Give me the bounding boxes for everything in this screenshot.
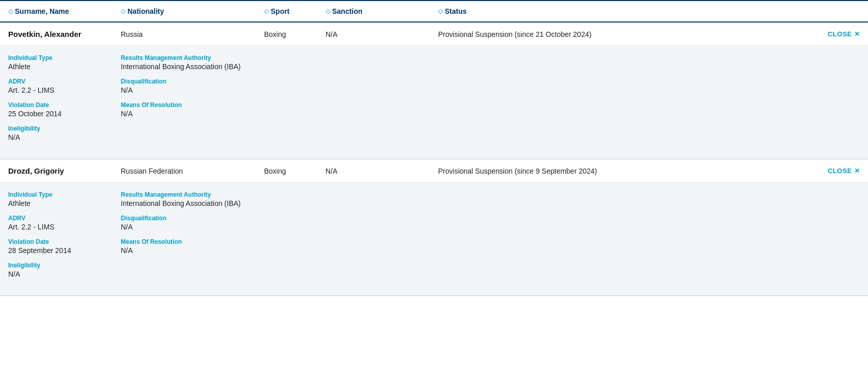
- row-1-detail-panel: Individual Type Athlete ADRV Art. 2.2 - …: [0, 46, 868, 159]
- table-row: Povetkin, Alexander Russia Boxing N/A Pr…: [0, 23, 868, 159]
- diamond-icon-surname: ◇: [8, 8, 13, 15]
- close-icon: ✕: [854, 30, 860, 38]
- diamond-icon-nationality: ◇: [121, 8, 125, 15]
- detail-individual-type-1: Individual Type Athlete: [8, 54, 121, 71]
- header-nationality: ◇ Nationality: [121, 7, 264, 15]
- header-sanction: ◇ Sanction: [326, 7, 438, 15]
- header-status: ◇ Status: [438, 7, 860, 15]
- diamond-icon-sanction: ◇: [326, 8, 330, 15]
- row-2-nationality: Russian Federation: [121, 167, 264, 175]
- row-2-close-button[interactable]: CLOSE ✕: [828, 167, 860, 175]
- row-2-name: Drozd, Grigoriy: [8, 166, 121, 175]
- row-1-name: Povetkin, Alexander: [8, 30, 121, 38]
- detail-resolution-2: Means Of Resolution N/A: [121, 238, 860, 255]
- row-2-detail-panel: Individual Type Athlete ADRV Art. 2.2 - …: [0, 183, 868, 296]
- row-2-sport: Boxing: [264, 167, 326, 175]
- detail-individual-type-2: Individual Type Athlete: [8, 191, 121, 207]
- row-2-main: Drozd, Grigoriy Russian Federation Boxin…: [0, 159, 868, 183]
- row-2-detail-col1: Individual Type Athlete ADRV Art. 2.2 - …: [8, 191, 121, 285]
- row-1-detail-grid: Individual Type Athlete ADRV Art. 2.2 - …: [8, 54, 860, 149]
- row-2-status: Provisional Suspension (since 9 Septembe…: [438, 167, 828, 175]
- row-1-sport: Boxing: [264, 30, 326, 38]
- row-1-main: Povetkin, Alexander Russia Boxing N/A Pr…: [0, 23, 868, 46]
- close-icon: ✕: [854, 167, 860, 175]
- row-1-detail-col1: Individual Type Athlete ADRV Art. 2.2 - …: [8, 54, 121, 149]
- detail-disqualification-2: Disqualification N/A: [121, 215, 860, 231]
- detail-rma-2: Results Management Authority Internation…: [121, 191, 860, 207]
- table-row: Drozd, Grigoriy Russian Federation Boxin…: [0, 159, 868, 296]
- detail-ineligibility-2: Ineligibility N/A: [8, 262, 121, 278]
- detail-disqualification-1: Disqualification N/A: [121, 78, 860, 94]
- row-1-status: Provisional Suspension (since 21 October…: [438, 30, 828, 38]
- row-2-detail-col2: Results Management Authority Internation…: [121, 191, 860, 285]
- row-1-close-button[interactable]: CLOSE ✕: [828, 30, 860, 38]
- row-1-nationality: Russia: [121, 30, 264, 38]
- header-sport: ◇ Sport: [264, 7, 326, 15]
- header-surname: ◇ Surname, Name: [8, 7, 121, 15]
- row-1-sanction: N/A: [326, 30, 438, 38]
- diamond-icon-status: ◇: [438, 8, 443, 15]
- row-1-detail-col2: Results Management Authority Internation…: [121, 54, 860, 149]
- detail-resolution-1: Means Of Resolution N/A: [121, 101, 860, 118]
- diamond-icon-sport: ◇: [264, 8, 269, 15]
- table-header: ◇ Surname, Name ◇ Nationality ◇ Sport ◇ …: [0, 1, 868, 23]
- main-table: ◇ Surname, Name ◇ Nationality ◇ Sport ◇ …: [0, 0, 868, 296]
- detail-ineligibility-1: Ineligibility N/A: [8, 125, 121, 141]
- detail-violation-date-1: Violation Date 25 October 2014: [8, 101, 121, 118]
- row-2-sanction: N/A: [326, 167, 438, 175]
- detail-adrv-1: ADRV Art. 2.2 - LIMS: [8, 78, 121, 94]
- detail-rma-1: Results Management Authority Internation…: [121, 54, 860, 71]
- detail-adrv-2: ADRV Art. 2.2 - LIMS: [8, 215, 121, 231]
- row-2-detail-grid: Individual Type Athlete ADRV Art. 2.2 - …: [8, 191, 860, 285]
- detail-violation-date-2: Violation Date 28 September 2014: [8, 238, 121, 255]
